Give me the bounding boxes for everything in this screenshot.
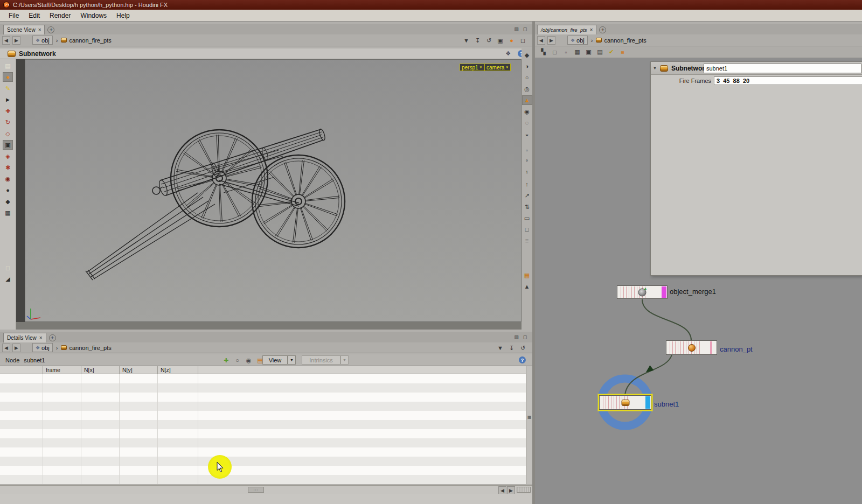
close-tab-icon[interactable]: × [39, 335, 43, 341]
hidden-line-icon[interactable]: ◌ [522, 118, 532, 128]
select-tool-icon[interactable]: ► [3, 95, 13, 104]
subnet-badge-icon[interactable]: ≡ [617, 47, 628, 57]
table-row[interactable] [0, 438, 526, 447]
flag-stripe[interactable] [710, 341, 712, 354]
pose-library-icon[interactable]: ▤ [3, 61, 13, 71]
path-root-chip[interactable]: ❖ obj [32, 36, 53, 45]
menu-file[interactable]: File [4, 11, 23, 20]
paint-tool-icon[interactable]: ◈ [3, 151, 13, 161]
camera-view-label[interactable]: camera ▼ [484, 64, 511, 71]
path-node-crumb[interactable]: cannon_fire_pts [596, 37, 646, 44]
details-hscrollbar[interactable]: ::: ◀ ▶ [0, 485, 532, 494]
pane-split-icon[interactable]: ▥ [513, 333, 520, 340]
nav-forward-icon[interactable]: ▶ [12, 344, 20, 352]
pane-maximize-icon[interactable]: ◻ [522, 333, 529, 340]
nav-forward-icon[interactable]: ▶ [12, 36, 20, 45]
wireframe-icon[interactable]: ○ [522, 73, 532, 82]
pin-path-icon[interactable]: ↧ [506, 343, 517, 353]
table-row[interactable] [0, 475, 526, 484]
column-header-ny[interactable]: N[y] [120, 366, 158, 374]
display-options-icon[interactable]: ▲ [522, 95, 532, 105]
float-pane-icon[interactable]: ◻ [518, 36, 528, 45]
node-thumbs-icon[interactable]: ▣ [583, 47, 594, 57]
layout-nodes-icon[interactable]: ▦ [572, 47, 582, 57]
table-row[interactable] [0, 374, 526, 383]
scale-tool-icon[interactable]: ◇ [3, 129, 13, 138]
table-row[interactable] [0, 402, 526, 411]
quad-view-icon[interactable]: ▦ [522, 270, 532, 280]
path-dropdown-icon[interactable]: ▼ [461, 36, 471, 45]
render-view-icon[interactable]: ● [506, 36, 517, 45]
table-row[interactable] [0, 447, 526, 457]
details-side-strip[interactable]: ▦ [526, 366, 532, 484]
group-select-icon[interactable]: ▫ [522, 145, 532, 155]
collapse-chevron-icon[interactable]: ▼ [653, 66, 657, 70]
table-row[interactable] [0, 466, 526, 475]
character-picker-icon[interactable]: ≡ [522, 236, 532, 246]
move-tool-icon[interactable]: ✚ [3, 106, 13, 116]
column-header-frame[interactable]: frame [43, 366, 81, 374]
add-tab-button[interactable]: + [47, 26, 54, 33]
close-tab-icon[interactable]: × [38, 27, 41, 33]
shading-mode-icon[interactable]: ◑ [522, 61, 532, 71]
node-gallery-icon[interactable]: ▤ [595, 47, 605, 57]
help-icon[interactable]: ? [519, 356, 526, 363]
smooth-shade-icon[interactable]: ◎ [522, 84, 532, 94]
pane-split-icon[interactable]: ▥ [513, 25, 520, 32]
table-row[interactable] [0, 457, 526, 466]
point-numbers-icon[interactable]: ¹ [522, 168, 532, 178]
node-name-field[interactable] [704, 64, 861, 73]
mask-tool-icon[interactable]: ◉ [3, 174, 13, 184]
node-object-merge1[interactable] [617, 285, 668, 299]
prims-mode-icon[interactable]: ◉ [244, 355, 254, 365]
nav-back-icon[interactable]: ◀ [2, 344, 10, 352]
column-header-nz[interactable]: N[z] [158, 366, 198, 374]
frame-selected-icon[interactable]: ▫ [561, 47, 571, 57]
node-field-value[interactable]: subnet1 [24, 357, 45, 363]
snap-grid-icon[interactable]: ▚ [538, 47, 548, 57]
tab-network-editor[interactable]: /obj/cannon_fire_pts × [537, 25, 596, 34]
scrollbar-handle[interactable]: ::: [248, 487, 264, 493]
path-node-crumb[interactable]: cannon_fire_pts [61, 37, 111, 44]
path-root-chip[interactable]: ❖ obj [32, 343, 53, 352]
column-header[interactable] [0, 366, 43, 374]
fire-frames-field[interactable] [714, 76, 862, 85]
box-primitive-icon[interactable]: ▦ [3, 208, 13, 218]
sculpt-tool-icon[interactable]: ✱ [3, 163, 13, 172]
add-tab-button[interactable]: + [599, 26, 606, 33]
path-node-crumb[interactable]: cannon_fire_pts [61, 345, 111, 351]
node-cannon-pt[interactable] [666, 340, 717, 355]
bone-tool-icon[interactable]: ◆ [3, 197, 13, 206]
render-flag[interactable] [662, 286, 666, 298]
persp-view-label[interactable]: persp1 ▼ [460, 64, 485, 71]
table-row[interactable] [0, 429, 526, 438]
snap-gravity-icon[interactable]: ◢ [3, 274, 13, 284]
column-header-nx[interactable]: N[x] [81, 366, 120, 374]
table-row[interactable] [0, 411, 526, 420]
resize-grid-icon[interactable]: ▦ [527, 415, 532, 419]
handles-tool-icon[interactable]: ▣ [3, 140, 13, 150]
sphere-primitive-icon[interactable]: ● [3, 185, 13, 195]
table-row[interactable] [0, 383, 526, 393]
view-dropdown[interactable]: View [262, 355, 288, 365]
points-mode-icon[interactable]: ○ [232, 355, 242, 365]
vector-display-icon[interactable]: ↗ [522, 191, 532, 200]
scroll-more-icon[interactable]: ▲ [522, 282, 532, 291]
pane-maximize-icon[interactable]: ◻ [522, 25, 529, 32]
snapshot-icon[interactable]: □ [522, 225, 532, 234]
cook-mode-icon[interactable]: ✚ [221, 355, 231, 365]
menu-help[interactable]: Help [112, 11, 134, 20]
view-tool-icon[interactable]: ● [3, 72, 13, 82]
frame-all-icon[interactable]: □ [550, 47, 560, 57]
table-row[interactable] [0, 420, 526, 429]
sync-path-icon[interactable]: ↺ [518, 343, 528, 353]
nav-back-icon[interactable]: ◀ [537, 36, 545, 45]
nav-back-icon[interactable]: ◀ [2, 36, 10, 45]
menu-render[interactable]: Render [45, 11, 75, 20]
menu-edit[interactable]: Edit [24, 11, 44, 20]
template-display-icon[interactable]: ◒ [522, 129, 532, 139]
network-overview-icon[interactable]: ❖ [505, 50, 511, 57]
clapper-icon[interactable]: ▣ [495, 36, 505, 45]
view-layout-icon[interactable]: ◆ [522, 50, 532, 60]
pin-path-icon[interactable]: ↧ [472, 36, 483, 45]
